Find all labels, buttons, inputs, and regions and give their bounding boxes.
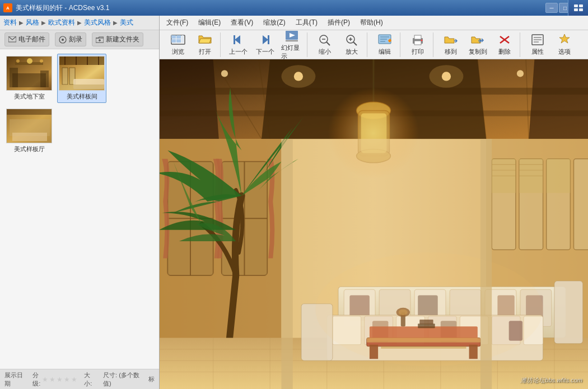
svg-rect-57 xyxy=(414,41,421,45)
menu-tools[interactable]: 工具(T) xyxy=(291,16,322,29)
prev-button[interactable]: 上一个 xyxy=(225,32,251,57)
svg-point-88 xyxy=(517,70,524,77)
print-button[interactable]: 打印 xyxy=(405,32,431,57)
status-mark: 标 xyxy=(148,375,155,383)
star-2[interactable]: ★ xyxy=(49,376,55,383)
burn-icon xyxy=(59,36,67,44)
tool-group-print: 打印 xyxy=(403,32,433,57)
tool-group-file-ops: 移到 复制到 xyxy=(436,32,520,57)
svg-rect-42 xyxy=(268,35,269,44)
breadcrumb-item-3[interactable]: 欧式资料 xyxy=(48,18,75,27)
rating-label: 分级: xyxy=(32,371,40,388)
app-icon: A xyxy=(3,3,12,12)
open-label: 打开 xyxy=(199,48,211,56)
svg-point-58 xyxy=(421,40,423,41)
date-label: 展示日期 xyxy=(4,371,26,388)
svg-marker-65 xyxy=(559,34,570,43)
edit-button[interactable]: 编辑 xyxy=(372,32,398,57)
open-icon xyxy=(197,33,213,46)
breadcrumb-item-5[interactable]: 美式 xyxy=(120,18,133,27)
new-folder-icon xyxy=(96,36,104,44)
slideshow-button[interactable]: 幻灯显示 xyxy=(279,32,305,57)
copy-label: 复制到 xyxy=(469,48,487,56)
browse-button[interactable]: 浏览 xyxy=(165,32,191,57)
move-button[interactable]: 移到 xyxy=(438,32,464,57)
svg-marker-41 xyxy=(263,35,268,44)
status-size: 大小: xyxy=(84,371,96,388)
minimize-button[interactable]: ─ xyxy=(545,3,558,13)
svg-marker-69 xyxy=(160,59,219,139)
browse-label: 浏览 xyxy=(172,48,184,56)
email-button[interactable]: 电子邮件 xyxy=(4,32,49,46)
main-image xyxy=(160,59,588,389)
menu-plugins[interactable]: 插件(P) xyxy=(323,16,354,29)
svg-rect-24 xyxy=(59,85,105,91)
svg-rect-16 xyxy=(59,57,105,65)
star-1[interactable]: ★ xyxy=(42,376,48,383)
new-folder-button[interactable]: 新建文件夹 xyxy=(92,32,143,46)
image-area[interactable]: 潍坊论坛bbs.wfits.com xyxy=(160,59,588,389)
thumb-item-3[interactable]: 美式样板厅 xyxy=(4,106,54,156)
next-icon xyxy=(257,33,273,46)
thumb-item-2[interactable]: 美式样板间 xyxy=(57,54,106,103)
delete-label: 删除 xyxy=(498,48,511,56)
menu-bar: 文件(F) 编辑(E) 查看(V) 缩放(Z) 工具(T) 插件(P) 帮助(H… xyxy=(160,16,588,30)
delete-button[interactable]: 删除 xyxy=(492,32,517,57)
star-4[interactable]: ★ xyxy=(64,376,70,383)
properties-icon xyxy=(530,33,545,46)
menu-help[interactable]: 帮助(H) xyxy=(356,16,388,29)
edit-label: 编辑 xyxy=(379,48,391,56)
svg-line-52 xyxy=(353,42,357,45)
svg-rect-161 xyxy=(281,139,292,389)
window-title: 美式样板间的轩 - ACDSee v3.1 xyxy=(16,3,109,13)
svg-rect-35 xyxy=(176,35,181,39)
breadcrumb-sep-1: ▶ xyxy=(19,20,24,26)
thumb-image-1 xyxy=(6,56,52,91)
menu-edit[interactable]: 编辑(E) xyxy=(194,16,225,29)
breadcrumb-item-2[interactable]: 风格 xyxy=(26,18,39,27)
zoom-out-icon xyxy=(317,33,333,46)
thumb-image-2 xyxy=(59,56,105,91)
star-5[interactable]: ★ xyxy=(71,376,77,383)
svg-marker-39 xyxy=(235,35,240,44)
thumb-label-3: 美式样板厅 xyxy=(14,145,45,153)
star-rating[interactable]: ★ ★ ★ ★ ★ xyxy=(42,376,77,383)
menu-file[interactable]: 文件(F) xyxy=(162,16,193,29)
properties-button[interactable]: 属性 xyxy=(525,32,550,57)
svg-point-87 xyxy=(221,70,228,77)
tool-group-settings: 属性 选项 xyxy=(522,32,580,57)
thumb-image-3 xyxy=(6,109,52,143)
title-bar: A 美式样板间的轩 - ACDSee v3.1 ─ □ ✕ xyxy=(0,0,588,16)
properties-label: 属性 xyxy=(531,48,544,56)
menu-view[interactable]: 查看(V) xyxy=(226,16,258,29)
menu-zoom[interactable]: 缩放(Z) xyxy=(259,16,290,29)
svg-rect-26 xyxy=(7,109,52,115)
svg-rect-36 xyxy=(171,39,176,43)
breadcrumb: 资料 ▶ 风格 ▶ 欧式资料 ▶ 美式风格 ▶ 美式 xyxy=(0,16,159,30)
zoom-in-button[interactable]: 放大 xyxy=(339,32,365,57)
star-3[interactable]: ★ xyxy=(57,376,63,383)
open-button[interactable]: 打开 xyxy=(192,32,218,57)
svg-marker-70 xyxy=(529,59,588,139)
zoom-in-icon xyxy=(344,33,360,46)
breadcrumb-sep-4: ▶ xyxy=(113,20,118,26)
svg-rect-136 xyxy=(554,281,583,344)
burn-button[interactable]: 刻录 xyxy=(55,32,86,46)
thumb-label-1: 美式地下室 xyxy=(14,92,45,101)
zoom-out-button[interactable]: 缩小 xyxy=(312,32,338,57)
copy-button[interactable]: 复制到 xyxy=(465,32,491,57)
edit-icon xyxy=(377,33,393,46)
breadcrumb-item-1[interactable]: 资料 xyxy=(3,18,17,27)
browse-icon xyxy=(170,33,186,46)
svg-point-160 xyxy=(315,252,543,366)
options-button[interactable]: 选项 xyxy=(552,32,577,57)
tool-group-nav: 浏览 打开 xyxy=(163,32,221,57)
breadcrumb-item-4[interactable]: 美式风格 xyxy=(84,18,111,27)
zoom-in-label: 放大 xyxy=(346,48,358,56)
thumb-label-2: 美式样板间 xyxy=(67,92,97,101)
new-folder-label: 新建文件夹 xyxy=(106,35,139,44)
mark-label: 标 xyxy=(148,375,155,383)
next-button[interactable]: 下一个 xyxy=(252,32,278,57)
thumb-item-1[interactable]: 美式地下室 xyxy=(4,54,54,103)
options-label: 选项 xyxy=(558,48,571,56)
